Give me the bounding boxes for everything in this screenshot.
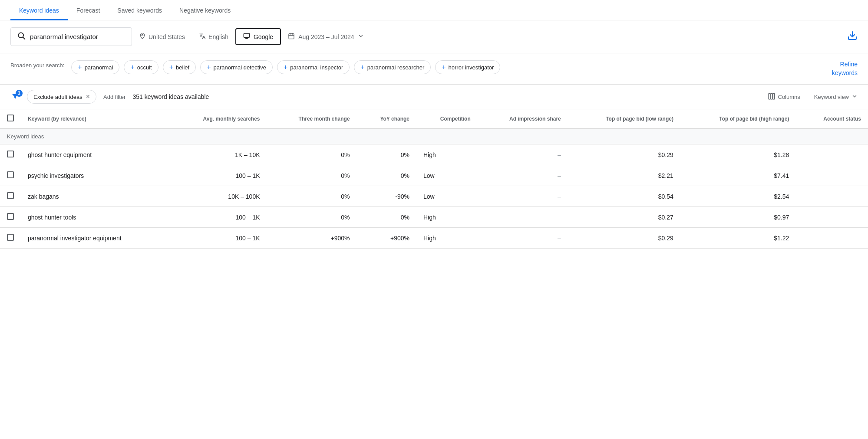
row-keyword[interactable]: psychic investigators <box>21 165 169 186</box>
row-avg-monthly: 1K – 10K <box>169 144 267 165</box>
header-three-month[interactable]: Three month change <box>267 109 357 128</box>
table-row: psychic investigators 100 – 1K 0% 0% Low… <box>0 165 868 186</box>
network-filter[interactable]: Google <box>235 28 281 45</box>
row-account-status <box>796 144 868 165</box>
header-keyword[interactable]: Keyword (by relevance) <box>21 109 169 128</box>
exclude-close-icon[interactable]: × <box>86 93 90 101</box>
row-checkbox[interactable] <box>7 171 14 178</box>
filter-badge: 1 <box>16 90 23 97</box>
chip-plus-icon: + <box>442 63 446 71</box>
download-button[interactable] <box>847 30 858 43</box>
chip-plus-icon: + <box>130 63 134 71</box>
row-avg-monthly: 10K – 100K <box>169 186 267 207</box>
chip-plus-icon: + <box>360 63 364 71</box>
chip-plus-icon: + <box>78 63 82 71</box>
tabs-bar: Keyword ideas Forecast Saved keywords Ne… <box>0 0 868 20</box>
header-ad-impression[interactable]: Ad impression share <box>478 109 568 128</box>
date-chevron-icon <box>358 33 364 40</box>
header-account-status[interactable]: Account status <box>796 109 868 128</box>
chip-plus-icon: + <box>207 63 211 71</box>
chip-label: paranormal researcher <box>367 64 425 71</box>
date-filter[interactable]: Aug 2023 – Jul 2024 <box>281 29 370 44</box>
chip-paranormal-researcher[interactable]: + paranormal researcher <box>354 60 431 74</box>
keyword-view-button[interactable]: Keyword view <box>814 93 858 101</box>
row-checkbox[interactable] <box>7 234 14 241</box>
columns-icon <box>768 92 776 102</box>
tab-saved-keywords[interactable]: Saved keywords <box>109 0 171 20</box>
chip-paranormal-inspector[interactable]: + paranormal inspector <box>277 60 350 74</box>
row-yoy: -90% <box>357 186 416 207</box>
header-bid-high[interactable]: Top of page bid (high range) <box>680 109 796 128</box>
row-three-month: 0% <box>267 144 357 165</box>
table-row: paranormal investigator equipment 100 – … <box>0 228 868 249</box>
row-keyword[interactable]: ghost hunter tools <box>21 207 169 228</box>
row-bid-low: $0.27 <box>568 207 680 228</box>
header-yoy[interactable]: YoY change <box>357 109 416 128</box>
section-header-label: Keyword ideas <box>0 128 868 144</box>
filter-bar: 1 Exclude adult ideas × Add filter 351 k… <box>0 85 868 109</box>
row-ad-impression: – <box>478 165 568 186</box>
tab-negative-keywords[interactable]: Negative keywords <box>171 0 239 20</box>
keyword-view-label: Keyword view <box>814 94 849 100</box>
add-filter-button[interactable]: Add filter <box>103 94 125 100</box>
translate-icon <box>199 33 206 41</box>
location-filter[interactable]: United States <box>132 29 192 44</box>
row-yoy: 0% <box>357 165 416 186</box>
language-filter[interactable]: English <box>192 29 235 44</box>
chip-label: paranormal inspector <box>290 64 343 71</box>
row-checkbox[interactable] <box>7 213 14 220</box>
row-competition: Low <box>416 165 478 186</box>
svg-rect-6 <box>769 93 770 99</box>
chip-label: belief <box>176 64 189 71</box>
row-ad-impression: – <box>478 144 568 165</box>
chip-belief[interactable]: + belief <box>163 60 196 74</box>
row-keyword[interactable]: paranormal investigator equipment <box>21 228 169 249</box>
row-bid-high: $0.97 <box>680 207 796 228</box>
row-account-status <box>796 186 868 207</box>
row-checkbox[interactable] <box>7 192 14 199</box>
row-account-status <box>796 228 868 249</box>
table-header-row: Keyword (by relevance) Avg. monthly sear… <box>0 109 868 128</box>
refine-keywords-button[interactable]: Refine keywords <box>832 60 858 77</box>
row-bid-low: $2.21 <box>568 165 680 186</box>
app-container: Keyword ideas Forecast Saved keywords Ne… <box>0 0 868 439</box>
broaden-label: Broaden your search: <box>10 60 64 69</box>
row-avg-monthly: 100 – 1K <box>169 228 267 249</box>
tab-forecast[interactable]: Forecast <box>68 0 109 20</box>
row-checkbox-cell <box>0 186 21 207</box>
chip-horror-investigator[interactable]: + horror investigator <box>435 60 500 74</box>
row-ad-impression: – <box>478 207 568 228</box>
row-checkbox-cell <box>0 207 21 228</box>
row-competition: High <box>416 144 478 165</box>
chip-paranormal-detective[interactable]: + paranormal detective <box>200 60 273 74</box>
row-keyword[interactable]: zak bagans <box>21 186 169 207</box>
row-yoy: +900% <box>357 228 416 249</box>
chip-occult[interactable]: + occult <box>124 60 158 74</box>
header-competition[interactable]: Competition <box>416 109 478 128</box>
row-bid-high: $2.54 <box>680 186 796 207</box>
row-ad-impression: – <box>478 228 568 249</box>
search-box[interactable]: paranormal investigator <box>10 27 132 46</box>
header-avg-monthly[interactable]: Avg. monthly searches <box>169 109 267 128</box>
tab-keyword-ideas[interactable]: Keyword ideas <box>10 0 68 20</box>
search-row: paranormal investigator United States <box>0 20 868 53</box>
row-account-status <box>796 207 868 228</box>
exclude-adult-pill[interactable]: Exclude adult ideas × <box>27 90 96 104</box>
row-keyword[interactable]: ghost hunter equipment <box>21 144 169 165</box>
columns-label: Columns <box>778 94 800 100</box>
row-ad-impression: – <box>478 186 568 207</box>
row-yoy: 0% <box>357 207 416 228</box>
chip-plus-icon: + <box>169 63 173 71</box>
chip-paranormal[interactable]: + paranormal <box>71 60 119 74</box>
select-all-checkbox[interactable] <box>7 115 14 121</box>
row-checkbox[interactable] <box>7 151 14 157</box>
keyword-table: Keyword (by relevance) Avg. monthly sear… <box>0 109 868 249</box>
row-three-month: 0% <box>267 186 357 207</box>
row-avg-monthly: 100 – 1K <box>169 207 267 228</box>
chip-label: paranormal <box>85 64 113 71</box>
row-bid-high: $1.22 <box>680 228 796 249</box>
header-bid-low[interactable]: Top of page bid (low range) <box>568 109 680 128</box>
columns-button[interactable]: Columns <box>768 92 800 102</box>
filter-icon-badge[interactable]: 1 <box>10 92 20 102</box>
row-three-month: +900% <box>267 228 357 249</box>
